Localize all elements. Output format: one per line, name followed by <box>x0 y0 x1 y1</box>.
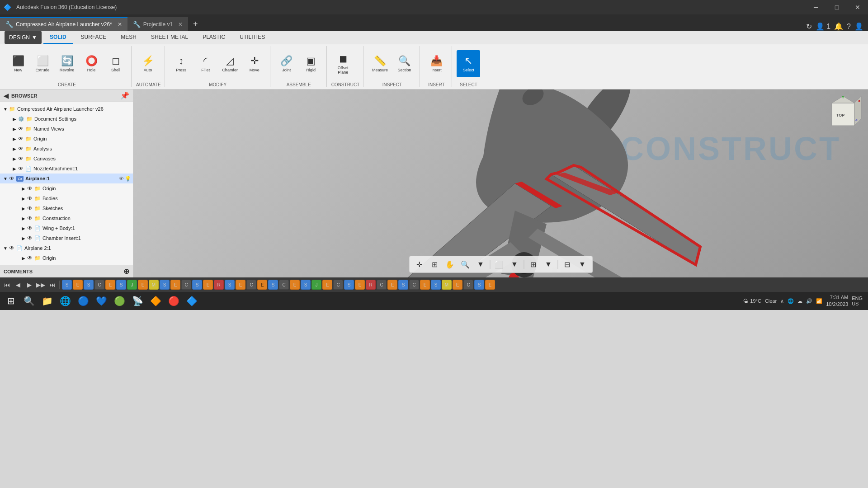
timeline-item-8[interactable]: E <box>138 280 148 290</box>
network-icon[interactable]: 🌐 <box>788 298 794 304</box>
timeline-item-20[interactable]: S <box>268 280 278 290</box>
add-tab-button[interactable]: + <box>188 17 203 31</box>
ribbon-tab-utilities[interactable]: UTILITIES <box>233 31 271 44</box>
tree-item-a1-origin[interactable]: ▶ 👁 📁 Origin <box>0 183 133 193</box>
timeline-item-6[interactable]: S <box>116 280 126 290</box>
tree-item-a2-origin[interactable]: ▶ 👁 📁 Origin <box>0 253 133 263</box>
f360-button2[interactable]: 🔷 <box>183 292 201 310</box>
timeline-item-10[interactable]: S <box>160 280 170 290</box>
timeline-item-39[interactable]: S <box>474 280 484 290</box>
press-pull-button[interactable]: ↕ Press <box>170 50 193 77</box>
tree-item-root[interactable]: ▼ 📁 Compressed Air Airplane Launcher v26 <box>0 104 133 114</box>
ribbon-tab-mesh[interactable]: MESH <box>114 31 143 44</box>
timeline-item-4[interactable]: C <box>94 280 104 290</box>
close-button[interactable]: ✕ <box>847 0 868 14</box>
section-analysis-button[interactable]: 🔍 Section <box>392 50 416 77</box>
extrude-button[interactable]: ⬜ Extrude <box>31 50 54 77</box>
zoom-button[interactable]: 🔍 <box>459 258 472 271</box>
start-button[interactable]: ⊞ <box>2 292 20 310</box>
timeline-item-14[interactable]: E <box>203 280 213 290</box>
view-settings-button[interactable]: ⊟ <box>561 258 573 271</box>
timeline-item-40[interactable]: E <box>485 280 495 290</box>
timeline-item-38[interactable]: C <box>463 280 473 290</box>
joint-button[interactable]: 🔗 Joint <box>275 50 298 77</box>
timeline-item-11[interactable]: E <box>170 280 180 290</box>
tree-item-canvases[interactable]: ▶ 👁 📁 Canvases <box>0 154 133 164</box>
maximize-button[interactable]: □ <box>826 0 847 14</box>
timeline-item-26[interactable]: C <box>333 280 343 290</box>
timeline-item-5[interactable]: E <box>105 280 115 290</box>
timeline-item-12[interactable]: C <box>181 280 191 290</box>
pan-button[interactable]: ✋ <box>443 258 456 271</box>
tree-item-named-views[interactable]: ▶ 👁 📁 Named Views <box>0 124 133 134</box>
design-dropdown-button[interactable]: DESIGN ▼ <box>5 31 42 44</box>
account-icon[interactable]: 👤 <box>854 22 863 31</box>
timeline-next-button[interactable]: ▶▶ <box>36 280 46 290</box>
timeline-item-29[interactable]: R <box>366 280 376 290</box>
fusion360-button[interactable]: 🔶 <box>146 292 165 310</box>
tree-item-origin[interactable]: ▶ 👁 📁 Origin <box>0 134 133 144</box>
timeline-play-button[interactable]: ▶ <box>24 280 34 290</box>
tab-airplane-launcher[interactable]: 🔧 Compressed Air Airplane Launcher v26* … <box>0 17 127 31</box>
timeline-prev-button[interactable]: ◀ <box>13 280 23 290</box>
hole-button[interactable]: ⭕ Hole <box>80 50 103 77</box>
signal-button[interactable]: 📡 <box>128 292 146 310</box>
timeline-item-16[interactable]: S <box>225 280 235 290</box>
display-dropdown[interactable]: ▼ <box>508 258 521 271</box>
ribbon-tab-plastic[interactable]: PLASTIC <box>196 31 231 44</box>
timeline-end-button[interactable]: ⏭ <box>47 280 57 290</box>
tree-item-analysis[interactable]: ▶ 👁 📁 Analysis <box>0 144 133 154</box>
speaker-icon[interactable]: 🔊 <box>806 298 812 304</box>
automate-button[interactable]: ⚡ Auto <box>136 50 160 77</box>
timeline-item-28[interactable]: E <box>355 280 365 290</box>
timeline-item-3[interactable]: S <box>84 280 94 290</box>
timeline-item-1[interactable]: S <box>62 280 72 290</box>
timeline-item-23[interactable]: S <box>301 280 311 290</box>
tree-item-bodies[interactable]: ▶ 👁 📁 Bodies <box>0 193 133 203</box>
tree-item-construction[interactable]: ▶ 👁 📁 Construction <box>0 213 133 223</box>
search-taskbar-button[interactable]: 🔍 <box>20 292 38 310</box>
tree-item-airplane2[interactable]: ▼ 👁 📄 Airplane 2:1 <box>0 243 133 253</box>
timeline-item-18[interactable]: C <box>246 280 256 290</box>
chrome-button[interactable]: 🔵 <box>74 292 92 310</box>
timeline-item-37[interactable]: E <box>453 280 462 290</box>
grid-dropdown[interactable]: ▼ <box>542 258 555 271</box>
insert-button[interactable]: 📥 Insert <box>425 50 448 77</box>
tree-item-chamber[interactable]: ▶ 👁 📄 Chamber Insert:1 <box>0 233 133 243</box>
ribbon-tab-sheet-metal[interactable]: SHEET METAL <box>145 31 194 44</box>
ribbon-tab-surface[interactable]: SURFACE <box>75 31 113 44</box>
fillet-button[interactable]: ◜ Fillet <box>194 50 217 77</box>
file-explorer-button[interactable]: 📁 <box>38 292 56 310</box>
minimize-button[interactable]: ─ <box>806 0 826 14</box>
snap-button[interactable]: ✛ <box>413 258 425 271</box>
tab-projectile[interactable]: 🔧 Projectile v1 ✕ <box>127 17 188 31</box>
timeline-item-34[interactable]: E <box>420 280 430 290</box>
timeline-item-9[interactable]: M <box>149 280 159 290</box>
nav-refresh-icon[interactable]: ↻ <box>806 22 812 31</box>
timeline-item-21[interactable]: C <box>279 280 289 290</box>
measure-button[interactable]: 📏 Measure <box>368 50 392 77</box>
revolve-button[interactable]: 🔄 Revolve <box>55 50 79 77</box>
offset-plane-button[interactable]: ◼ Offset Plane <box>331 50 355 77</box>
zoom-dropdown[interactable]: ▼ <box>474 258 487 271</box>
tree-item-doc-settings[interactable]: ▶ ⚙️ 📁 Document Settings <box>0 114 133 124</box>
timeline-item-24[interactable]: J <box>311 280 321 290</box>
tree-light-icon-a1[interactable]: 💡 <box>125 176 131 182</box>
tree-item-wing[interactable]: ▶ 👁 📄 Wing + Body:1 <box>0 223 133 233</box>
ribbon-tab-solid[interactable]: SOLID <box>43 31 73 44</box>
view-cube[interactable]: X Y Z TOP <box>823 94 863 135</box>
help-icon[interactable]: ? <box>847 23 851 31</box>
tree-item-nozzle[interactable]: ▶ 👁 📄 NozzleAttachment:1 <box>0 164 133 174</box>
arduino-button[interactable]: 🟢 <box>110 292 128 310</box>
edge-button[interactable]: 🌐 <box>56 292 74 310</box>
rigid-group-button[interactable]: ▣ Rigid <box>299 50 323 77</box>
acrobat-button[interactable]: 🔴 <box>165 292 183 310</box>
new-component-button[interactable]: ⬛ New <box>6 50 30 77</box>
timeline-start-button[interactable]: ⏮ <box>2 280 12 290</box>
shell-button[interactable]: ◻ Shell <box>104 50 127 77</box>
timeline-item-7[interactable]: J <box>127 280 137 290</box>
grid-button[interactable]: ⊞ <box>527 258 539 271</box>
chamfer-button[interactable]: ◿ Chamfer <box>218 50 242 77</box>
select-button[interactable]: ↖ Select <box>457 50 480 77</box>
tree-visible-icon-a1[interactable]: 👁 <box>119 176 124 182</box>
